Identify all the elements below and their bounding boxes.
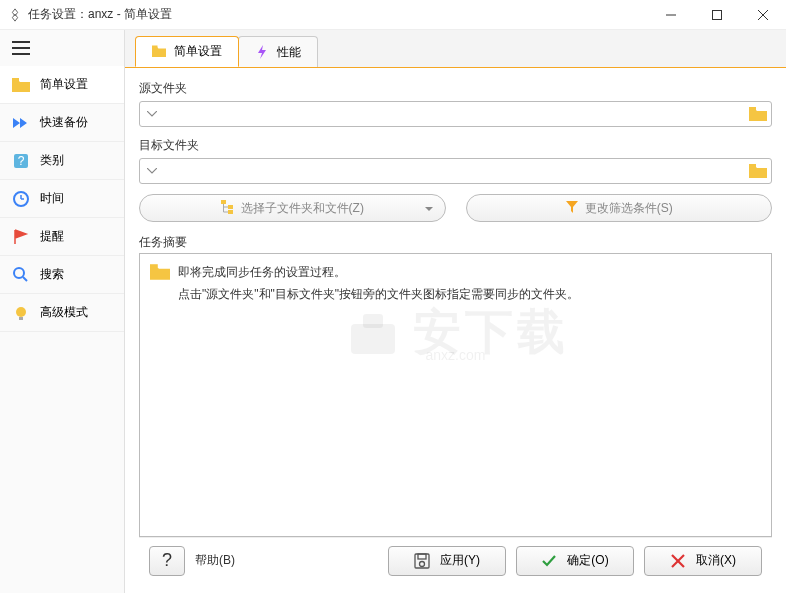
- bulb-icon: [12, 304, 30, 322]
- tab-performance[interactable]: 性能: [238, 36, 318, 67]
- browse-source-button[interactable]: [745, 107, 771, 121]
- app-icon: [8, 8, 22, 22]
- minimize-button[interactable]: [648, 0, 694, 30]
- button-label: 确定(O): [567, 552, 608, 569]
- svg-rect-21: [228, 205, 233, 209]
- flag-icon: [12, 228, 30, 246]
- tab-label: 简单设置: [174, 43, 222, 60]
- sidebar-item-label: 搜索: [40, 266, 64, 283]
- svg-line-14: [23, 277, 27, 281]
- button-label: 取消(X): [696, 552, 736, 569]
- svg-rect-22: [228, 210, 233, 214]
- sidebar-item-search[interactable]: 搜索: [0, 256, 124, 294]
- help-icon-button[interactable]: ?: [149, 546, 185, 576]
- svg-rect-20: [221, 200, 226, 204]
- hamburger-menu[interactable]: [0, 30, 124, 66]
- source-folder-label: 源文件夹: [139, 80, 772, 97]
- svg-point-13: [14, 268, 24, 278]
- svg-point-15: [16, 307, 26, 317]
- tabs-row: 简单设置 性能: [125, 30, 786, 67]
- folder-icon: [152, 45, 166, 59]
- sidebar-item-label: 类别: [40, 152, 64, 169]
- window-controls: [648, 0, 786, 30]
- summary-label: 任务摘要: [139, 234, 772, 251]
- sidebar-item-time[interactable]: 时间: [0, 180, 124, 218]
- chevron-down-icon: [425, 201, 433, 215]
- sidebar-item-simple[interactable]: 简单设置: [0, 66, 124, 104]
- apply-button[interactable]: 应用(Y): [388, 546, 506, 576]
- button-label: 更改筛选条件(S): [585, 200, 673, 217]
- lightning-icon: [255, 45, 269, 59]
- source-folder-input[interactable]: [139, 101, 772, 127]
- help-button[interactable]: 帮助(B): [195, 552, 235, 569]
- button-label: 选择子文件夹和文件(Z): [241, 200, 364, 217]
- sidebar-item-label: 快速备份: [40, 114, 88, 131]
- browse-target-button[interactable]: [745, 164, 771, 178]
- sidebar-item-quick-backup[interactable]: 快速备份: [0, 104, 124, 142]
- search-icon: [12, 266, 30, 284]
- sidebar-item-advanced[interactable]: 高级模式: [0, 294, 124, 332]
- sidebar-item-label: 高级模式: [40, 304, 88, 321]
- svg-point-28: [420, 561, 425, 566]
- check-icon: [541, 553, 557, 569]
- main-area: 简单设置 性能 源文件夹 目标文件夹: [125, 30, 786, 593]
- summary-line: 点击"源文件夹"和"目标文件夹"按钮旁的文件夹图标指定需要同步的文件夹。: [178, 284, 761, 306]
- svg-rect-25: [150, 264, 158, 267]
- summary-line: 即将完成同步任务的设置过程。: [178, 262, 761, 284]
- ok-button[interactable]: 确定(O): [516, 546, 634, 576]
- clock-icon: [12, 190, 30, 208]
- svg-rect-7: [12, 78, 19, 81]
- sidebar-item-category[interactable]: ? 类别: [0, 142, 124, 180]
- sidebar-item-reminder[interactable]: 提醒: [0, 218, 124, 256]
- change-filter-button[interactable]: 更改筛选条件(S): [466, 194, 773, 222]
- summary-text: 即将完成同步任务的设置过程。 点击"源文件夹"和"目标文件夹"按钮旁的文件夹图标…: [178, 262, 761, 528]
- select-subfolders-button[interactable]: 选择子文件夹和文件(Z): [139, 194, 446, 222]
- titlebar: 任务设置：anxz - 简单设置: [0, 0, 786, 30]
- save-icon: [414, 553, 430, 569]
- category-icon: ?: [12, 152, 30, 170]
- svg-rect-19: [749, 164, 756, 167]
- x-icon: [670, 553, 686, 569]
- cancel-button[interactable]: 取消(X): [644, 546, 762, 576]
- target-folder-label: 目标文件夹: [139, 137, 772, 154]
- fast-forward-icon: [12, 114, 30, 132]
- svg-rect-18: [749, 107, 756, 110]
- svg-rect-16: [19, 317, 23, 320]
- sidebar-item-label: 提醒: [40, 228, 64, 245]
- chevron-down-icon[interactable]: [140, 111, 164, 117]
- filter-icon: [565, 200, 579, 217]
- svg-rect-1: [713, 10, 722, 19]
- sidebar-item-label: 时间: [40, 190, 64, 207]
- target-folder-input[interactable]: [139, 158, 772, 184]
- maximize-button[interactable]: [694, 0, 740, 30]
- svg-rect-27: [418, 554, 426, 559]
- button-label: 应用(Y): [440, 552, 480, 569]
- tab-simple[interactable]: 简单设置: [135, 36, 239, 67]
- tab-label: 性能: [277, 44, 301, 61]
- svg-rect-17: [152, 45, 158, 48]
- tree-icon: [221, 200, 235, 217]
- close-button[interactable]: [740, 0, 786, 30]
- svg-text:?: ?: [18, 154, 25, 168]
- sidebar: 简单设置 快速备份 ? 类别 时间 提醒 搜索 高级模式: [0, 30, 125, 593]
- content-panel: 源文件夹 目标文件夹 选择子文件夹和文件(Z): [125, 67, 786, 593]
- sidebar-item-label: 简单设置: [40, 76, 88, 93]
- folder-icon: [12, 76, 30, 94]
- window-title: 任务设置：anxz - 简单设置: [28, 6, 648, 23]
- chevron-down-icon[interactable]: [140, 168, 164, 174]
- footer: ? 帮助(B) 应用(Y) 确定(O) 取消(X): [139, 537, 772, 583]
- folder-icon: [150, 262, 170, 528]
- summary-box: 安下载 anxz.com 即将完成同步任务的设置过程。 点击"源文件夹"和"目标…: [139, 253, 772, 537]
